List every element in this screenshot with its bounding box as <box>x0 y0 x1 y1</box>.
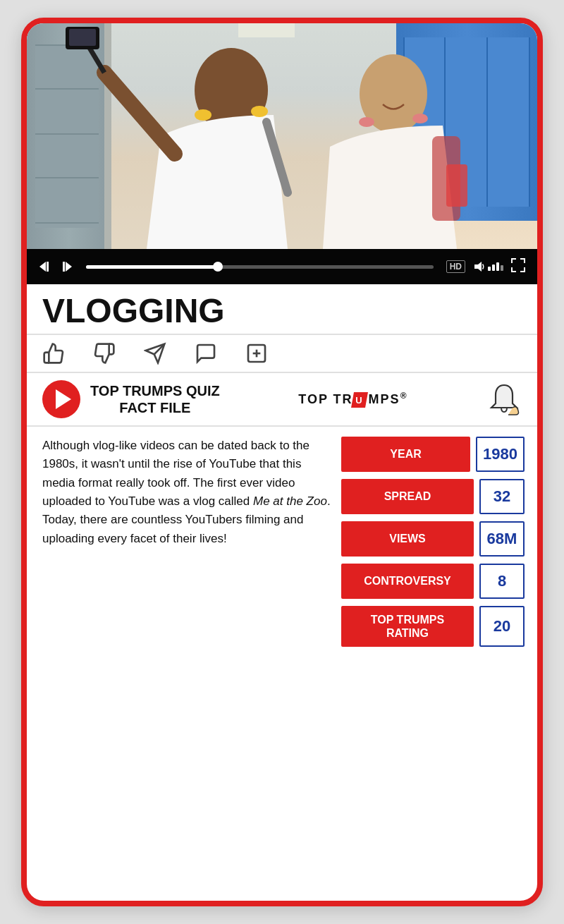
video-controls-bar[interactable]: HD <box>27 249 537 284</box>
svg-point-12 <box>359 117 374 127</box>
fact-header-left: TOP TRUMPS QUIZFACT FILE <box>42 380 220 418</box>
stat-row-views: VIEWS 68M <box>341 521 525 557</box>
thumbs-down-icon[interactable] <box>93 342 116 365</box>
stat-row-rating: TOP TRUMPSRATING 20 <box>341 606 525 647</box>
title-section: VLOGGING <box>27 284 537 335</box>
stat-value-spread: 32 <box>479 479 525 514</box>
play-button[interactable] <box>42 380 80 418</box>
svg-rect-15 <box>446 164 467 207</box>
stat-label-views: VIEWS <box>341 521 474 557</box>
stat-value-rating: 20 <box>479 606 525 647</box>
play-triangle-icon <box>56 389 71 409</box>
stat-label-spread: SPREAD <box>341 479 474 514</box>
svg-text:U: U <box>355 395 363 406</box>
svg-rect-19 <box>63 262 65 272</box>
content-section: Although vlog-like videos can be dated b… <box>27 427 537 901</box>
svg-rect-9 <box>69 29 96 46</box>
svg-rect-17 <box>47 262 49 272</box>
skip-controls[interactable] <box>38 259 73 274</box>
action-icons-row <box>27 335 537 373</box>
volume-control[interactable] <box>472 260 503 274</box>
stat-row-spread: SPREAD 32 <box>341 479 525 514</box>
svg-point-4 <box>195 109 212 121</box>
fact-header: TOP TRUMPS QUIZFACT FILE TOP TR U MPS® <box>27 373 537 427</box>
stat-label-year: YEAR <box>341 437 470 472</box>
thumbs-up-icon[interactable] <box>42 342 65 365</box>
comment-icon[interactable] <box>195 342 217 365</box>
stat-value-year: 1980 <box>476 437 525 472</box>
progress-fill <box>86 265 218 269</box>
card-title: VLOGGING <box>42 294 522 328</box>
fact-text: Although vlog-like videos can be dated b… <box>42 437 331 891</box>
video-section[interactable]: HD <box>27 23 537 284</box>
svg-marker-18 <box>66 262 72 272</box>
svg-marker-20 <box>474 262 482 272</box>
svg-marker-16 <box>39 262 46 272</box>
stat-value-views: 68M <box>479 521 525 557</box>
notification-bell-icon[interactable] <box>486 382 522 417</box>
top-trumps-logo: TOP TR U MPS® <box>298 391 407 408</box>
add-icon[interactable] <box>245 342 268 365</box>
svg-point-13 <box>412 114 428 123</box>
progress-bar[interactable] <box>86 265 434 269</box>
stat-row-controversy: CONTROVERSY 8 <box>341 564 525 599</box>
share-icon[interactable] <box>144 342 166 365</box>
svg-rect-2 <box>238 23 295 37</box>
stats-column: YEAR 1980 SPREAD 32 VIEWS 68M CONTROVERS… <box>341 437 525 891</box>
hd-badge: HD <box>446 260 465 273</box>
fact-file-title: TOP TRUMPS QUIZFACT FILE <box>90 382 220 416</box>
stat-row-year: YEAR 1980 <box>341 437 525 472</box>
stat-label-rating: TOP TRUMPSRATING <box>341 606 474 647</box>
video-thumbnail <box>27 23 537 249</box>
top-trumps-card: HD <box>21 18 543 906</box>
volume-bars <box>488 260 503 271</box>
progress-thumb <box>213 262 223 272</box>
stat-label-controversy: CONTROVERSY <box>341 564 474 599</box>
fullscreen-button[interactable] <box>510 257 526 276</box>
svg-point-5 <box>251 106 268 117</box>
stat-value-controversy: 8 <box>479 564 525 599</box>
